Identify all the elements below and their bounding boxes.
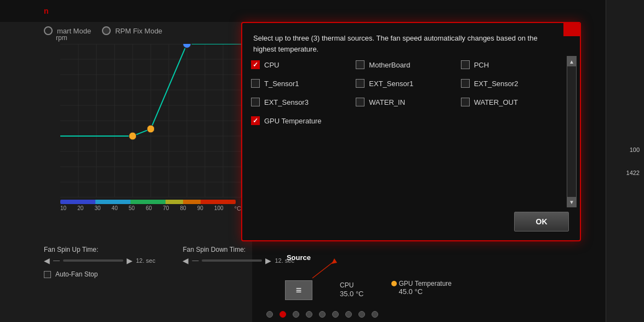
checkbox-ext-sensor3[interactable]	[251, 98, 260, 106]
page-dot-4[interactable]	[319, 311, 326, 318]
option-water-in[interactable]: WATER_IN	[356, 98, 455, 106]
label-ext-sensor1: EXT_Sensor1	[369, 80, 413, 88]
auto-fan-stop-checkbox[interactable]	[44, 271, 51, 278]
svg-marker-35	[332, 258, 337, 264]
x-label-90: 90	[197, 205, 203, 212]
checkbox-ext-sensor2[interactable]	[461, 79, 470, 88]
modal-corner	[563, 23, 580, 36]
x-label-10: 10	[60, 205, 66, 212]
checkbox-water-in[interactable]	[356, 98, 364, 106]
right-val-2: 1422	[626, 170, 640, 176]
option-pch[interactable]: PCH	[461, 60, 560, 69]
source-button-icon: ≡	[296, 285, 302, 296]
label-water-in: WATER_IN	[369, 98, 405, 106]
option-t-sensor1[interactable]: T_Sensor1	[251, 79, 350, 88]
rpm-mode-radio[interactable]	[102, 26, 111, 35]
gpu-temp-dot	[391, 281, 397, 286]
svg-line-34	[312, 261, 334, 278]
checkbox-t-sensor1[interactable]	[251, 79, 260, 88]
spin-down-slider[interactable]	[202, 259, 262, 262]
cpu-temp-reading: CPU 35.0 °C	[340, 280, 364, 298]
temp-bar-blue	[60, 200, 95, 204]
option-cpu[interactable]: ✓ CPU	[251, 60, 350, 69]
page-dots	[266, 311, 378, 318]
scrollbar-up[interactable]: ▲	[567, 57, 576, 66]
right-panel: 100 1422	[606, 0, 644, 322]
spin-up-section: Fan Spin Up Time: ◀ — ▶ 12. sec	[44, 244, 155, 265]
temp-unit: °C	[235, 205, 241, 212]
source-arrow	[301, 258, 345, 280]
svg-point-23	[183, 44, 191, 48]
spin-down-right-arrow[interactable]: ▶	[265, 256, 271, 265]
cpu-temp-value: 35.0 °C	[340, 290, 364, 298]
auto-fan-stop-row: Auto-Fan Stop	[44, 270, 294, 278]
temp-bar-green	[130, 200, 166, 204]
checkbox-motherboard[interactable]	[356, 60, 364, 69]
gpu-temp-reading: GPU Temperature 45.0 °C	[391, 280, 452, 298]
scrollbar-thumb	[567, 66, 576, 197]
source-button[interactable]: ≡	[285, 280, 312, 300]
main-background: n mart Mode RPM Fix Mode rpm	[0, 0, 644, 322]
chart-area: rpm	[44, 44, 241, 214]
modal-instruction: Select up to three (3) thermal sources. …	[253, 33, 552, 54]
option-ext-sensor3[interactable]: EXT_Sensor3	[251, 98, 350, 106]
x-label-40: 40	[112, 205, 118, 212]
label-t-sensor1: T_Sensor1	[264, 80, 299, 88]
gpu-temp-value: 45.0 °C	[399, 287, 452, 296]
chart-y-label: rpm	[56, 34, 67, 42]
page-dot-7[interactable]	[358, 311, 365, 318]
source-section: Source ≡	[285, 253, 312, 300]
page-dot-2[interactable]	[293, 311, 299, 318]
temp-bar-red	[201, 200, 236, 204]
temp-bar-orange	[183, 200, 201, 204]
option-water-out[interactable]: WATER_OUT	[461, 98, 560, 106]
top-bar-title: n	[44, 7, 49, 15]
option-motherboard[interactable]: MotherBoard	[356, 60, 455, 69]
smart-mode-item[interactable]: mart Mode	[44, 26, 91, 35]
label-water-out: WATER_OUT	[474, 98, 518, 106]
cpu-temp-label: CPU	[340, 281, 354, 289]
page-dot-3[interactable]	[306, 311, 312, 318]
spin-up-value: 12. sec	[136, 257, 155, 264]
ok-button-label: OK	[536, 217, 548, 226]
checkbox-water-out[interactable]	[461, 98, 470, 106]
spin-down-label: Fan Spin Down Time:	[183, 246, 246, 253]
x-label-80: 80	[180, 205, 186, 212]
spin-up-right-arrow[interactable]: ▶	[127, 256, 133, 265]
spin-up-slider[interactable]	[63, 259, 123, 262]
smart-mode-radio[interactable]	[44, 26, 53, 35]
option-ext-sensor1[interactable]: EXT_Sensor1	[356, 79, 455, 88]
checkbox-ext-sensor1[interactable]	[356, 79, 364, 88]
page-dot-0[interactable]	[266, 311, 273, 318]
page-dot-8[interactable]	[372, 311, 378, 318]
label-ext-sensor2: EXT_Sensor2	[474, 80, 518, 88]
check-gpu-temp: ✓	[253, 117, 258, 125]
spin-up-left-arrow[interactable]: ◀	[44, 256, 50, 265]
checkbox-cpu[interactable]: ✓	[251, 60, 260, 69]
modal-scrollbar[interactable]: ▲ ▼	[567, 56, 577, 207]
option-ext-sensor2[interactable]: EXT_Sensor2	[461, 79, 560, 88]
page-dot-1[interactable]	[280, 311, 286, 318]
rpm-mode-item[interactable]: RPM Fix Mode	[102, 26, 162, 35]
x-label-60: 60	[146, 205, 152, 212]
label-motherboard: MotherBoard	[369, 61, 410, 69]
checkbox-pch[interactable]	[461, 60, 470, 69]
chart-svg: 1400 1260 1120 980 840 700 560 420 280 1…	[60, 44, 241, 197]
options-grid: ✓ CPU MotherBoard PCH T_Sensor1 EXT_Sens…	[251, 60, 560, 125]
label-gpu-temp: GPU Temperature	[264, 117, 322, 125]
x-label-20: 20	[77, 205, 83, 212]
spin-down-left-arrow[interactable]: ◀	[183, 256, 189, 265]
option-gpu-temp[interactable]: ✓ GPU Temperature	[251, 116, 455, 125]
page-dot-5[interactable]	[332, 311, 339, 318]
page-dot-6[interactable]	[345, 311, 352, 318]
check-cpu: ✓	[253, 61, 258, 69]
right-val-1: 100	[630, 146, 640, 153]
x-label-30: 30	[94, 205, 100, 212]
auto-fan-stop-label: Auto-Fan Stop	[55, 270, 98, 278]
ok-button[interactable]: OK	[514, 212, 569, 231]
x-label-100: 100	[214, 205, 224, 212]
svg-point-21	[129, 132, 136, 140]
top-bar: n	[0, 0, 644, 22]
checkbox-gpu-temp[interactable]: ✓	[251, 116, 260, 125]
scrollbar-down[interactable]: ▼	[567, 197, 576, 207]
